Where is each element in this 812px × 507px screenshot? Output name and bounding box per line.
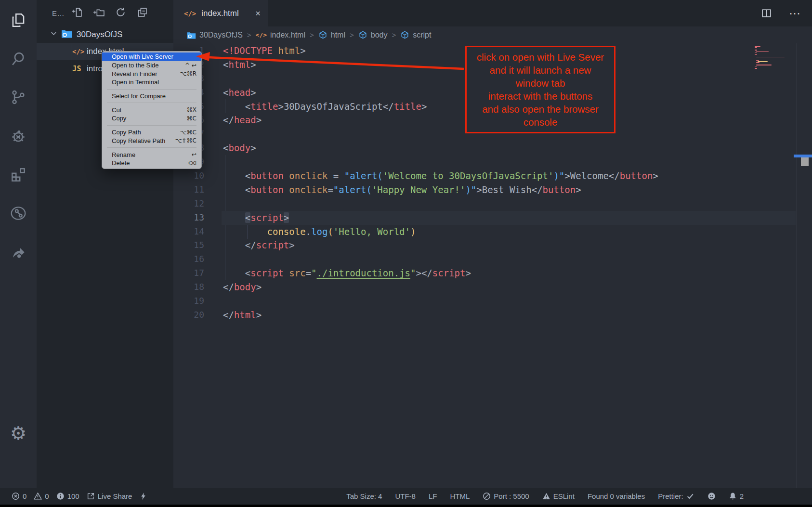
status-smiley[interactable]	[707, 492, 716, 500]
code-line: 15 </script>	[173, 238, 812, 252]
menu-item-select-for-compare[interactable]: Select for Compare	[102, 92, 201, 101]
tab-bar: </> index.html ×	[173, 0, 812, 26]
live-share-export-icon	[87, 492, 95, 500]
collapse-folders-icon[interactable]	[136, 6, 148, 20]
annotation-line: click on open with Live Sever	[469, 51, 612, 64]
status-prettier-[interactable]: Prettier:	[658, 492, 694, 500]
annotation-line: and it will launch a new	[469, 64, 612, 77]
editor-actions: ⋯	[760, 0, 801, 26]
menu-item-copy-path[interactable]: Copy Path⌥⌘C	[102, 128, 201, 137]
status-utf-8[interactable]: UTF-8	[395, 492, 416, 500]
status-2[interactable]: 2	[729, 492, 744, 500]
status-eslint[interactable]: ESLint	[542, 492, 575, 500]
menu-item-reveal-in-finder[interactable]: Reveal in Finder⌥⌘R	[102, 69, 201, 78]
lightning-icon	[139, 492, 147, 500]
live-share-circle-icon[interactable]	[0, 200, 37, 227]
breadcrumb-separator: >	[310, 31, 314, 39]
annotation-line: interact with the buttons	[469, 90, 612, 103]
settings-gear-icon[interactable]: ⚙	[0, 420, 37, 447]
menu-item-rename[interactable]: Rename↩	[102, 150, 201, 159]
menu-item-copy-relative-path[interactable]: Copy Relative Path⌥⇧⌘C	[102, 137, 201, 145]
status-100[interactable]: 100	[56, 492, 79, 500]
status-lf[interactable]: LF	[429, 492, 437, 500]
code-line: 17 <script src="./introduction.js"></scr…	[173, 266, 812, 280]
tab-index-html[interactable]: </> index.html ×	[173, 0, 268, 26]
menu-item-copy[interactable]: Copy⌘C	[102, 114, 201, 123]
status-0[interactable]: 0	[12, 492, 26, 500]
line-number: 19	[173, 294, 204, 308]
breadcrumb-item-file[interactable]: </> index.html	[256, 31, 305, 39]
status-port-5500[interactable]: Port : 5500	[483, 492, 529, 500]
status-label: 100	[67, 492, 79, 500]
line-number: 11	[173, 183, 204, 197]
menu-item-cut[interactable]: Cut⌘X	[102, 105, 201, 114]
html-file-icon: </>	[72, 48, 87, 55]
status-bar: 00100Live Share Tab Size: 4UTF-8LFHTMLPo…	[0, 488, 812, 505]
window-bottom-edge	[0, 505, 812, 507]
breadcrumb-separator: >	[350, 31, 354, 39]
menu-separator	[102, 100, 201, 105]
code-line: 13 <script>	[173, 211, 812, 225]
folder-icon	[187, 31, 196, 39]
html-file-icon: </>	[256, 31, 267, 39]
line-number: 14	[173, 225, 204, 239]
annotation-line: and also open the browser	[469, 103, 612, 116]
sidebar-item-root-folder[interactable]: 30DaysOfJS	[37, 26, 173, 43]
close-icon[interactable]: ×	[251, 8, 261, 19]
breadcrumb-item-script[interactable]: script	[400, 30, 431, 39]
status-html[interactable]: HTML	[450, 492, 470, 500]
line-number: 20	[173, 308, 204, 322]
line-number: 18	[173, 280, 204, 294]
port-slash-icon	[483, 492, 491, 500]
search-icon[interactable]	[0, 45, 37, 72]
minimap-divider	[797, 43, 797, 488]
status-label: Found 0 variables	[588, 492, 645, 500]
status-found-0-variables[interactable]: Found 0 variables	[588, 492, 645, 500]
breadcrumb-item-folder[interactable]: 30DaysOfJS	[187, 31, 243, 39]
new-file-icon[interactable]	[71, 6, 83, 20]
activity-bar: ⚙	[0, 0, 37, 488]
breadcrumb-item-body[interactable]: body	[358, 30, 388, 39]
warning-triangle-icon	[34, 492, 42, 500]
explorer-icon[interactable]	[0, 7, 37, 34]
info-circle-icon	[56, 492, 65, 500]
line-number: 17	[173, 266, 204, 280]
status-0[interactable]: 0	[34, 492, 49, 500]
line-number: 10	[173, 169, 204, 183]
minimap[interactable]	[755, 46, 796, 69]
status-live-share[interactable]: Live Share	[87, 492, 132, 500]
extensions-icon[interactable]	[0, 161, 37, 188]
scrollbar-handle[interactable]	[801, 157, 809, 166]
new-folder-icon[interactable]	[93, 6, 105, 20]
run-and-debug-icon[interactable]	[0, 123, 37, 150]
code-line: 18</body>	[173, 280, 812, 294]
line-number: 16	[173, 252, 204, 266]
status-lightning[interactable]	[139, 492, 147, 500]
code-line: 11 <button onclick="alert('Happy New Yea…	[173, 183, 812, 197]
annotation-line: console	[469, 116, 612, 129]
split-editor-icon[interactable]	[760, 7, 773, 19]
menu-item-delete[interactable]: Delete⌫	[102, 159, 201, 168]
source-control-icon[interactable]	[0, 84, 37, 111]
code-line: 16	[173, 252, 812, 266]
vscode-window: ⚙ E…	[0, 0, 812, 507]
context-menu: Open with Live ServerOpen to the Side^ ↩…	[102, 51, 202, 169]
line-number: 13	[173, 211, 204, 225]
status-label: ESLint	[553, 492, 575, 500]
more-actions-icon[interactable]: ⋯	[789, 7, 801, 20]
menu-item-open-to-the-side[interactable]: Open to the Side^ ↩	[102, 61, 201, 70]
breadcrumb: 30DaysOfJS > </> index.html > html > bod…	[173, 26, 812, 43]
breadcrumb-item-html[interactable]: html	[318, 30, 345, 39]
share-icon[interactable]	[0, 239, 37, 266]
breadcrumb-separator: >	[392, 31, 396, 39]
status-label: 2	[740, 492, 744, 500]
menu-item-open-with-live-server[interactable]: Open with Live Server	[102, 52, 201, 61]
refresh-explorer-icon[interactable]	[115, 6, 127, 20]
menu-item-open-in-terminal[interactable]: Open in Terminal	[102, 78, 201, 87]
folder-icon	[61, 29, 72, 40]
js-file-icon: JS	[72, 65, 87, 73]
html-file-icon: </>	[184, 10, 196, 17]
status-tab-size-4[interactable]: Tab Size: 4	[346, 492, 382, 500]
chevron-down-icon	[50, 30, 57, 39]
error-circle-icon	[12, 492, 20, 500]
